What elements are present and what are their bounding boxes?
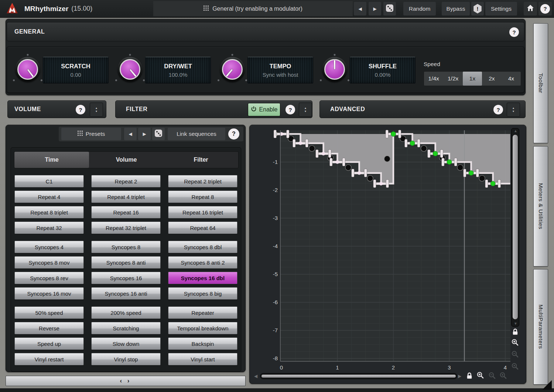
- random-button[interactable]: Random: [403, 2, 436, 16]
- zoom-fit-icon[interactable]: [511, 362, 519, 371]
- advanced-section-header[interactable]: ADVANCED ? ▲ ▼: [319, 100, 526, 118]
- zoom-out-icon[interactable]: [488, 372, 496, 380]
- home-button[interactable]: [524, 2, 537, 16]
- scroll-right-icon[interactable]: ▶: [458, 374, 461, 378]
- sequence-button-syncopes-8-dbl[interactable]: Syncopes 8 dbl: [168, 241, 237, 253]
- randomize-dice-button[interactable]: [383, 2, 396, 16]
- sequence-button-repeat-16[interactable]: Repeat 16: [91, 206, 161, 219]
- sequences-resize-bar[interactable]: ‹ ›: [6, 376, 246, 386]
- sequences-presets-button[interactable]: Presets: [61, 128, 121, 140]
- sequence-button-syncopes-8-anti[interactable]: Syncopes 8 anti: [91, 256, 161, 269]
- sequence-button-200-speed[interactable]: 200% speed: [91, 306, 161, 319]
- speed-option-4x[interactable]: 4x: [502, 72, 521, 86]
- horizontal-scroll-thumb[interactable]: [261, 374, 456, 378]
- zoom-fit-icon[interactable]: [499, 372, 507, 380]
- tempo-display[interactable]: TEMPO Sync with host: [247, 57, 313, 83]
- side-tab-multiparameters[interactable]: MultiParameters: [533, 269, 548, 385]
- zoom-in-icon[interactable]: [511, 338, 519, 347]
- sequence-button-vinyl-restart[interactable]: Vinyl restart: [14, 353, 84, 365]
- sequence-button-syncopes-16[interactable]: Syncopes 16: [91, 272, 161, 284]
- sequence-prev-button[interactable]: ◀: [124, 128, 137, 140]
- volume-section-header[interactable]: VOLUME ? ▲ ▼: [7, 100, 106, 118]
- sequence-button-repeater[interactable]: Repeater: [168, 306, 237, 319]
- vertical-scroll-thumb[interactable]: [512, 134, 518, 320]
- sequence-button-vinyl-start[interactable]: Vinyl start: [168, 353, 237, 365]
- speed-option-2x[interactable]: 2x: [482, 72, 501, 86]
- graph-vertical-scrollbar[interactable]: ▲ ▼: [511, 128, 519, 327]
- zoom-lock-icon[interactable]: [511, 328, 519, 336]
- sequence-button-repeat-64[interactable]: Repeat 64: [168, 221, 237, 234]
- scroll-down-icon[interactable]: ▼: [514, 322, 517, 326]
- sequence-button-repeat-2-triplet[interactable]: Repeat 2 triplet: [168, 175, 237, 188]
- link-sequences-button[interactable]: Link sequences: [168, 128, 225, 140]
- speed-option-1-2x[interactable]: 1/2x: [443, 72, 462, 86]
- sequence-button-syncopes-16-anti[interactable]: Syncopes 16 anti: [91, 287, 161, 300]
- preset-selector[interactable]: General (try enabling a modulator): [153, 1, 353, 16]
- sequence-button-repeat-32-triplet[interactable]: Repeat 32 triplet: [91, 221, 161, 234]
- sequence-button-vinyl-stop[interactable]: Vinyl stop: [91, 353, 161, 365]
- scroll-up-icon[interactable]: ▲: [514, 129, 517, 133]
- help-button[interactable]: ?: [538, 2, 552, 16]
- sequence-button-50-speed[interactable]: 50% speed: [14, 306, 84, 319]
- speed-option-1-4x[interactable]: 1/4x: [424, 72, 443, 86]
- scratch-display[interactable]: SCRATCH 0.00: [43, 57, 109, 83]
- sequence-button-syncopes-16-mov[interactable]: Syncopes 16 mov: [14, 287, 84, 300]
- graph-horizontal-scrollbar[interactable]: [260, 373, 457, 379]
- general-help-icon[interactable]: ?: [509, 27, 519, 37]
- settings-button[interactable]: Settings: [485, 2, 517, 16]
- sequence-button-repeat-2[interactable]: Repeat 2: [91, 175, 161, 188]
- side-tab-toolbar[interactable]: Toolbar: [533, 23, 548, 143]
- window-resize-handle[interactable]: [542, 380, 552, 390]
- sequence-button-reverse[interactable]: Reverse: [14, 322, 84, 334]
- sequence-button-syncopes-8-mov[interactable]: Syncopes 8 mov: [14, 256, 84, 269]
- zoom-lock-icon[interactable]: [465, 372, 473, 380]
- sequence-button-syncopes-4[interactable]: Syncopes 4: [14, 241, 84, 253]
- general-header[interactable]: GENERAL ?: [7, 22, 524, 41]
- dry/wet-display[interactable]: DRY/WET 100.0%: [145, 57, 211, 83]
- sequence-button-repeat-32[interactable]: Repeat 32: [14, 221, 84, 234]
- preset-next-button[interactable]: ▶: [369, 2, 381, 16]
- sequence-button-temporal-breakdown[interactable]: Temporal breakdown: [168, 322, 237, 334]
- sequence-button-syncopes-8[interactable]: Syncopes 8: [91, 241, 161, 253]
- scroll-left-icon[interactable]: ◀: [254, 374, 257, 378]
- sequence-button-scratching[interactable]: Scratching: [91, 322, 161, 334]
- sequence-next-button[interactable]: ▶: [138, 128, 151, 140]
- alert-button[interactable]: !: [471, 2, 484, 16]
- sequence-button-grid: TimeVolumeFilter C1Repeat 2Repeat 2 trip…: [11, 147, 241, 372]
- scratch-knob[interactable]: [15, 57, 40, 82]
- advanced-help-icon[interactable]: ?: [493, 105, 503, 114]
- shuffle-display[interactable]: SHUFFLE 0.00%: [350, 57, 416, 83]
- side-tab-meters-utilities[interactable]: Meters & Utilities: [533, 146, 548, 267]
- zoom-out-icon[interactable]: [511, 350, 519, 358]
- sequence-button-repeat-8[interactable]: Repeat 8: [168, 190, 237, 203]
- shuffle-knob[interactable]: [322, 57, 347, 82]
- bypass-button[interactable]: Bypass: [442, 2, 470, 16]
- sequence-button-c1[interactable]: C1: [14, 175, 84, 188]
- dry/wet-knob[interactable]: [117, 57, 143, 82]
- sequence-button-speed-up[interactable]: Speed up: [14, 337, 84, 350]
- sequence-button-syncopes-8-big[interactable]: Syncopes 8 big: [168, 287, 237, 300]
- sequence-button-repeat-4-triplet[interactable]: Repeat 4 triplet: [91, 190, 161, 203]
- sequences-help-icon[interactable]: ?: [228, 128, 239, 140]
- filter-collapse-button[interactable]: ▲ ▼: [299, 103, 312, 117]
- sequence-button-syncopes-8-anti-2[interactable]: Syncopes 8 anti 2: [168, 256, 237, 269]
- tempo-knob[interactable]: [220, 57, 245, 82]
- sequence-button-slow-down[interactable]: Slow down: [91, 337, 161, 350]
- sequence-random-button[interactable]: [152, 128, 165, 140]
- zoom-in-icon[interactable]: [476, 371, 485, 379]
- speed-option-1x[interactable]: 1x: [463, 72, 482, 86]
- preset-prev-button[interactable]: ◀: [354, 2, 366, 16]
- filter-enable-button[interactable]: Enable: [248, 103, 280, 116]
- filter-help-icon[interactable]: ?: [285, 105, 295, 114]
- sequence-button-repeat-16-triplet[interactable]: Repeat 16 triplet: [168, 206, 237, 219]
- sequence-button-backspin[interactable]: Backspin: [168, 337, 237, 350]
- advanced-collapse-button[interactable]: ▲ ▼: [507, 103, 520, 117]
- sequence-button-syncopes-16-dbl[interactable]: Syncopes 16 dbl: [168, 272, 237, 284]
- sequence-button-syncopes-8-rev[interactable]: Syncopes 8 rev: [14, 272, 84, 284]
- sequence-button-repeat-8-triplet[interactable]: Repeat 8 triplet: [14, 206, 84, 219]
- volume-collapse-button[interactable]: ▲ ▼: [90, 103, 103, 117]
- sequence-editor-canvas[interactable]: 0-1-2-3-4-5-6-7-801234: [250, 125, 527, 384]
- sequence-button-repeat-4[interactable]: Repeat 4: [14, 190, 84, 203]
- filter-section-header[interactable]: FILTER Enable ? ▲ ▼: [115, 100, 312, 118]
- volume-help-icon[interactable]: ?: [76, 105, 85, 114]
